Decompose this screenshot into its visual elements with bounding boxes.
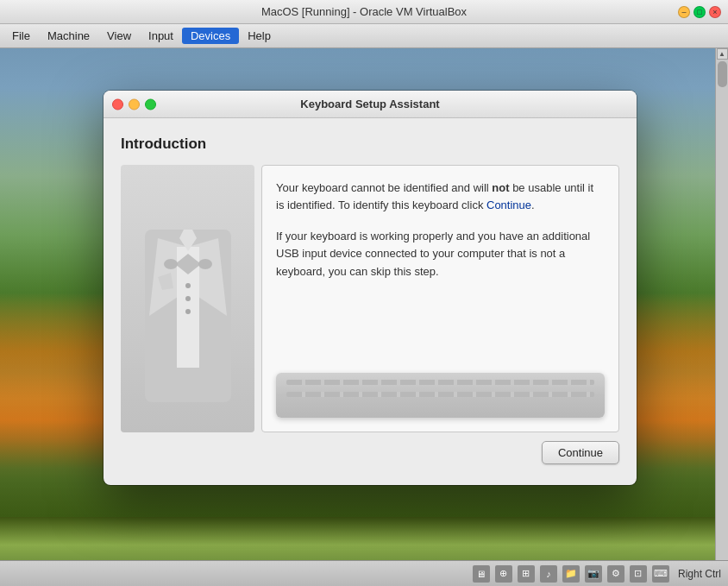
dialog-titlebar: Keyboard Setup Assistant: [104, 91, 637, 118]
right-ctrl-label: Right Ctrl: [678, 568, 721, 580]
taskbar-network-icon[interactable]: ⊞: [518, 565, 535, 583]
taskbar-settings-icon[interactable]: ⚙: [607, 565, 624, 583]
taskbar-audio-icon[interactable]: ♪: [540, 565, 557, 583]
dialog-footer: Continue: [121, 432, 619, 468]
taskbar: 🖥 ⊕ ⊞ ♪ 📁 📷 ⚙ ⊡ ⌨ Right Ctrl: [0, 560, 728, 586]
menu-input[interactable]: Input: [140, 28, 182, 44]
continue-button[interactable]: Continue: [542, 441, 619, 464]
taskbar-monitor-icon[interactable]: 🖥: [473, 565, 490, 583]
scrollbar[interactable]: ▲: [715, 48, 728, 560]
menubar: File Machine View Input Devices Help: [0, 24, 728, 48]
menu-view[interactable]: View: [98, 28, 140, 44]
taskbar-snapshot-icon[interactable]: 📷: [585, 565, 602, 583]
taskbar-keyboard-icon[interactable]: ⌨: [652, 565, 669, 583]
dialog-controls: [112, 98, 156, 110]
dialog-close-button[interactable]: [112, 98, 123, 110]
taskbar-fullscreen-icon[interactable]: ⊡: [630, 565, 647, 583]
menu-file[interactable]: File: [3, 28, 39, 44]
paragraph-1: Your keyboard cannot be identified and w…: [276, 180, 605, 214]
taskbar-usb-icon[interactable]: ⊕: [495, 565, 512, 583]
minimize-button[interactable]: –: [678, 6, 690, 18]
svg-point-8: [185, 296, 191, 301]
taskbar-folder-icon[interactable]: 📁: [562, 565, 580, 583]
scroll-up-arrow[interactable]: ▲: [717, 48, 728, 60]
paragraph-2: If your keyboard is working properly and…: [276, 228, 605, 280]
keyboard-image: [276, 373, 605, 418]
menu-devices[interactable]: Devices: [182, 28, 239, 44]
keyboard-setup-dialog: Keyboard Setup Assistant Introduction: [104, 91, 637, 485]
close-button[interactable]: ×: [709, 6, 721, 18]
menu-help[interactable]: Help: [239, 28, 279, 44]
svg-point-7: [185, 283, 191, 288]
text-panel: Your keyboard cannot be identified and w…: [261, 165, 619, 432]
menu-machine[interactable]: Machine: [39, 28, 98, 44]
restore-button[interactable]: □: [693, 6, 706, 18]
svg-point-5: [164, 259, 178, 269]
dialog-heading: Introduction: [121, 135, 619, 153]
tuxedo-illustration: [121, 165, 254, 432]
dialog-maximize-button[interactable]: [145, 98, 156, 110]
virtualbox-titlebar: MacOS [Running] - Oracle VM VirtualBox –…: [0, 0, 728, 24]
window-controls: – □ ×: [678, 6, 721, 18]
scroll-thumb[interactable]: [718, 61, 727, 87]
dialog-body: Your keyboard cannot be identified and w…: [121, 165, 619, 432]
svg-point-6: [198, 259, 212, 269]
svg-point-9: [185, 309, 191, 314]
dialog-minimize-button[interactable]: [129, 98, 140, 110]
window-title: MacOS [Running] - Oracle VM VirtualBox: [261, 5, 467, 18]
dialog-title: Keyboard Setup Assistant: [300, 98, 439, 110]
dialog-content: Introduction: [104, 118, 637, 485]
intro-text: Your keyboard cannot be identified and w…: [276, 180, 605, 294]
